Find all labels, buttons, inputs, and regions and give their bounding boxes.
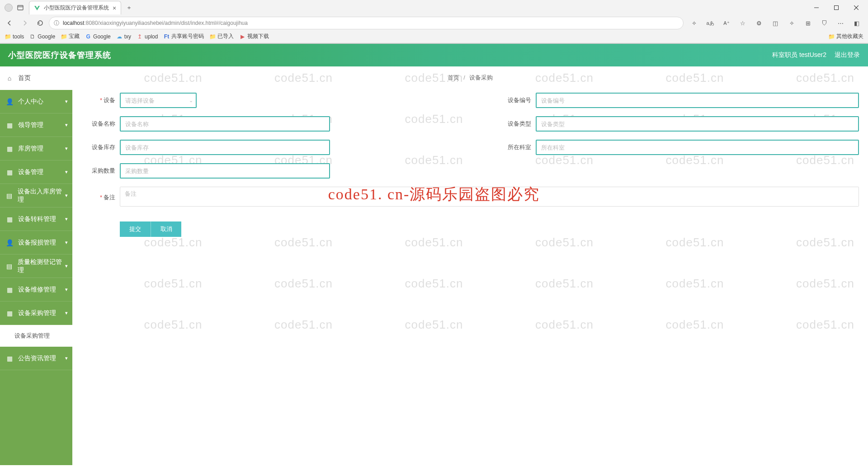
breadcrumb-separator: / xyxy=(463,74,465,81)
sidebar-item-device-inout[interactable]: ▤设备出入库房管理▾ xyxy=(0,184,72,207)
bookmark-item[interactable]: ▶视频下载 xyxy=(239,33,269,40)
chevron-down-icon: ▾ xyxy=(65,216,68,222)
text-size-icon[interactable]: A⁺ xyxy=(720,16,733,30)
sidebar-item-device-transfer[interactable]: ▦设备转科管理▾ xyxy=(0,207,72,231)
chevron-down-icon: ▾ xyxy=(65,146,68,151)
grid-icon: ▦ xyxy=(5,145,14,152)
tab-close-icon[interactable]: × xyxy=(113,5,116,12)
chevron-down-icon: ▾ xyxy=(65,240,68,245)
bookmark-item[interactable]: 📁tools xyxy=(5,33,24,40)
label-remark: *备注 xyxy=(81,193,115,202)
app-header: 小型医院医疗设备管理系统 科室职员 testUser2 退出登录 xyxy=(0,44,868,66)
new-tab-icon[interactable]: ＋ xyxy=(124,3,134,13)
maximize-icon[interactable] xyxy=(826,0,846,15)
copilot-icon[interactable]: ◧ xyxy=(850,16,863,30)
chevron-down-icon: ▾ xyxy=(65,310,68,316)
browser-tab[interactable]: 小型医院医疗设备管理系统 × xyxy=(29,1,121,14)
breadcrumb-home[interactable]: 首页 xyxy=(448,74,459,81)
collections-icon[interactable]: ✧ xyxy=(785,16,798,30)
forward-icon xyxy=(18,16,32,30)
sidebar-toggle-icon[interactable]: ◫ xyxy=(769,16,782,30)
bookmark-item[interactable]: Ft共享账号密码 xyxy=(163,33,204,40)
device-select[interactable]: 请选择设备 xyxy=(120,93,197,108)
sidebar-item-leader[interactable]: ▦领导管理▾ xyxy=(0,113,72,137)
sidebar: ⌂首页 👤个人中心▾ ▦领导管理▾ ▦库房管理▾ ▦设备管理▾ ▤设备出入库房管… xyxy=(0,66,72,465)
browser-chrome: 小型医院医疗设备管理系统 × ＋ ⓘ localhost:8080/xiaoxi… xyxy=(0,0,868,44)
wand-icon[interactable]: ✧ xyxy=(687,16,701,30)
back-icon[interactable] xyxy=(3,16,16,30)
sidebar-item-quality[interactable]: ▤质量检测登记管理▾ xyxy=(0,254,72,278)
other-bookmarks[interactable]: 📁其他收藏夹 xyxy=(828,33,863,40)
sidebar-item-label: 设备采购管理 xyxy=(18,309,56,317)
chevron-down-icon: ▾ xyxy=(65,355,68,361)
favorite-icon[interactable]: ☆ xyxy=(736,16,750,30)
breadcrumb-current: 设备采购 xyxy=(469,74,493,81)
grid-icon: ▦ xyxy=(5,169,14,176)
workspaces-icon[interactable] xyxy=(15,3,25,13)
label-device-type: 设备类型 xyxy=(497,120,531,128)
sidebar-item-label: 个人中心 xyxy=(18,98,43,106)
breadcrumb: 首页 / 设备采购 xyxy=(81,74,859,82)
chevron-down-icon: ▾ xyxy=(65,287,68,292)
sidebar-item-label: 首页 xyxy=(18,74,31,82)
read-aloud-icon[interactable]: aあ xyxy=(703,16,717,30)
bookmark-item[interactable]: 📁宝藏 xyxy=(61,33,80,40)
gear-icon[interactable]: ⚙ xyxy=(752,16,766,30)
label-purchase-qty: 采购数量 xyxy=(81,167,115,175)
shield-icon[interactable]: ⛉ xyxy=(817,16,831,30)
grid-icon: ▦ xyxy=(5,310,14,317)
refresh-icon[interactable] xyxy=(33,16,47,30)
app-title: 小型医院医疗设备管理系统 xyxy=(8,50,111,61)
home-icon: ⌂ xyxy=(5,75,14,82)
chevron-down-icon: ▾ xyxy=(65,99,68,104)
device-type-input[interactable] xyxy=(536,116,859,132)
list-icon: ▤ xyxy=(5,263,13,270)
grid-icon: ▦ xyxy=(5,286,14,293)
sidebar-item-label: 设备采购管理 xyxy=(14,332,50,340)
grid-icon: ▦ xyxy=(5,122,14,129)
label-device-number: 设备编号 xyxy=(497,96,531,104)
department-input[interactable] xyxy=(536,140,859,155)
bookmarks-bar: 📁tools 🗋Google 📁宝藏 GGoogle ☁txy ↥uplod F… xyxy=(0,31,868,43)
remark-textarea[interactable] xyxy=(120,187,859,207)
extensions-icon[interactable]: ⊞ xyxy=(801,16,815,30)
label-device-stock: 设备库存 xyxy=(81,143,115,151)
device-number-input[interactable] xyxy=(536,93,859,108)
purchase-qty-input[interactable] xyxy=(120,163,330,179)
bookmark-item[interactable]: ↥uplod xyxy=(137,33,158,40)
logout-link[interactable]: 退出登录 xyxy=(835,51,860,59)
chevron-down-icon: ▾ xyxy=(65,263,68,269)
sidebar-item-warehouse[interactable]: ▦库房管理▾ xyxy=(0,137,72,160)
profile-avatar-icon[interactable] xyxy=(5,4,13,12)
list-icon: ▤ xyxy=(5,192,13,199)
sidebar-item-purchase[interactable]: ▦设备采购管理▾ xyxy=(0,301,72,325)
bookmark-item[interactable]: GGoogle xyxy=(85,33,111,40)
chevron-down-icon: ▾ xyxy=(65,169,68,175)
submit-button[interactable]: 提交 xyxy=(120,221,151,237)
sidebar-item-label: 库房管理 xyxy=(18,145,43,153)
grid-icon: ▦ xyxy=(5,216,14,223)
tab-title: 小型医院医疗设备管理系统 xyxy=(44,4,109,12)
sidebar-item-announcement[interactable]: ▦公告资讯管理▾ xyxy=(0,347,72,370)
bookmark-item[interactable]: 📁已导入 xyxy=(209,33,234,40)
sidebar-item-device[interactable]: ▦设备管理▾ xyxy=(0,160,72,184)
bookmark-item[interactable]: ☁txy xyxy=(116,33,131,40)
device-stock-input[interactable] xyxy=(120,140,330,155)
main-content: 首页 / 设备采购 *设备 请选择设备 ⌄ 设备编号 设备名称 xyxy=(72,66,868,465)
sidebar-item-home[interactable]: ⌂首页 xyxy=(0,66,72,90)
minimize-icon[interactable] xyxy=(807,0,826,15)
sidebar-item-repair[interactable]: ▦设备维修管理▾ xyxy=(0,278,72,301)
device-name-input[interactable] xyxy=(120,116,330,132)
window-close-icon[interactable] xyxy=(846,0,866,15)
sidebar-item-device-damage[interactable]: 👤设备报损管理▾ xyxy=(0,231,72,254)
sidebar-item-profile[interactable]: 👤个人中心▾ xyxy=(0,90,72,113)
address-bar[interactable]: ⓘ localhost:8080/xiaoxingyiyuanyiliaoshe… xyxy=(49,17,684,29)
cancel-button[interactable]: 取消 xyxy=(151,221,181,237)
more-icon[interactable]: ⋯ xyxy=(834,16,847,30)
label-device-name: 设备名称 xyxy=(81,120,115,128)
label-device: *设备 xyxy=(81,96,115,104)
bookmark-item[interactable]: 🗋Google xyxy=(29,33,55,40)
sidebar-subitem-purchase-mgmt[interactable]: 设备采购管理 xyxy=(0,325,72,347)
svg-rect-3 xyxy=(835,6,839,10)
sidebar-item-label: 设备维修管理 xyxy=(18,286,56,294)
